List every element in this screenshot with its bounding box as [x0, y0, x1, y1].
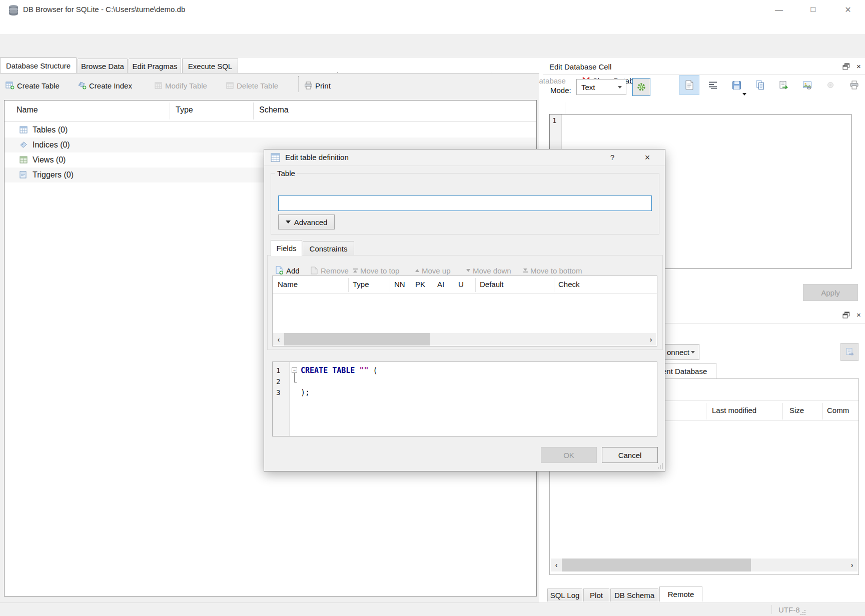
table-icon [20, 126, 28, 134]
line-number: 2 [276, 376, 289, 387]
move-to-top-icon [353, 268, 358, 272]
print-icon [304, 82, 313, 90]
float-panel-icon[interactable] [842, 63, 851, 71]
apply-button: Apply [803, 284, 858, 301]
column-name[interactable]: Name [278, 280, 298, 288]
copy-icon[interactable] [750, 75, 770, 95]
column-pk[interactable]: PK [415, 280, 425, 288]
main-toolbar: New Database Open Database Write Changes… [0, 34, 865, 58]
title-bar: DB Browser for SQLite - C:\Users\turne\d… [0, 0, 865, 20]
tab-db-schema[interactable]: DB Schema [610, 588, 658, 602]
word-wrap-icon[interactable] [703, 75, 723, 95]
help-icon[interactable]: ? [606, 152, 619, 163]
encoding-indicator: UTF-8 [778, 606, 800, 614]
print-button[interactable]: Print [304, 79, 331, 92]
tab-remote[interactable]: Remote [659, 586, 702, 602]
scroll-right-icon[interactable]: › [846, 561, 857, 569]
move-to-bottom-icon [523, 268, 528, 272]
move-to-bottom-button: Move to bottom [523, 264, 582, 276]
tree-column-type[interactable]: Type [176, 106, 193, 114]
tree-column-schema[interactable]: Schema [259, 106, 289, 114]
app-logo-icon [8, 4, 19, 18]
move-to-top-button: Move to top [353, 264, 399, 276]
scrollbar-thumb[interactable] [284, 333, 430, 346]
column-default[interactable]: Default [480, 280, 504, 288]
move-down-icon [466, 269, 470, 272]
table-name-input[interactable] [278, 196, 652, 211]
column-nn[interactable]: NN [394, 280, 405, 288]
tree-header: Name Type Schema [5, 100, 536, 122]
chevron-down-icon [742, 93, 746, 96]
code-fold-icon[interactable]: − [292, 368, 297, 373]
scroll-left-icon[interactable]: ‹ [551, 561, 562, 569]
mode-label: Mode: [550, 86, 571, 94]
chevron-down-icon [286, 220, 291, 224]
print-cell-icon[interactable] [844, 75, 864, 95]
column-u[interactable]: U [458, 280, 464, 288]
minimize-icon[interactable]: — [770, 3, 787, 17]
image-link-icon[interactable] [797, 75, 817, 95]
tab-database-structure[interactable]: Database Structure [0, 58, 77, 73]
remove-field-button: Remove [310, 264, 349, 276]
edit-cell-panel-header: Edit Database Cell × [543, 60, 865, 74]
tab-browse-data[interactable]: Browse Data [78, 58, 128, 74]
move-up-icon [415, 269, 419, 272]
sql-preview: 1 2 3 − CREATE TABLE "" (); [272, 362, 657, 436]
advanced-button[interactable]: Advanced [278, 214, 335, 230]
delete-table-icon [226, 82, 234, 90]
delete-table-button: Delete Table [226, 79, 278, 92]
cancel-button[interactable]: Cancel [602, 447, 658, 463]
trigger-icon [20, 171, 28, 179]
move-down-button: Move down [466, 264, 511, 276]
remote-table-hscrollbar[interactable]: ‹ › [551, 558, 857, 572]
create-table-icon [6, 82, 15, 90]
close-icon[interactable]: ✕ [839, 3, 856, 17]
tree-column-name[interactable]: Name [17, 106, 38, 114]
set-null-icon [820, 75, 840, 95]
dialog-title: Edit table definition [285, 153, 349, 162]
text-document-icon[interactable] [679, 75, 699, 95]
scrollbar-thumb[interactable] [562, 558, 751, 572]
fields-table-header: Name Type NN PK AI U Default Check [273, 276, 657, 294]
column-type[interactable]: Type [353, 280, 369, 288]
import-save-icon[interactable] [726, 75, 746, 95]
ok-button: OK [541, 447, 597, 463]
sql-table-name: "" [359, 366, 368, 375]
close-panel-icon[interactable]: × [856, 310, 861, 319]
tab-execute-sql[interactable]: Execute SQL [182, 58, 238, 74]
mode-select[interactable]: Text [576, 79, 626, 95]
tag-icon [20, 141, 28, 149]
dialog-close-icon[interactable]: × [641, 152, 654, 163]
tab-fields[interactable]: Fields [271, 240, 302, 256]
column-ai[interactable]: AI [437, 280, 444, 288]
tab-sql-log[interactable]: SQL Log [547, 588, 582, 602]
edit-table-dialog: Edit table definition ? × Table Advanced… [264, 149, 665, 472]
resize-grip[interactable] [800, 614, 801, 615]
tab-edit-pragmas[interactable]: Edit Pragmas [129, 58, 181, 74]
sql-close: ); [301, 388, 310, 397]
table-icon [271, 153, 280, 164]
maximize-icon[interactable]: ☐ [804, 3, 821, 17]
float-panel-icon[interactable] [842, 312, 851, 320]
auto-switch-mode-button[interactable] [632, 78, 650, 96]
dialog-resize-grip[interactable] [658, 468, 659, 468]
scroll-left-icon[interactable]: ‹ [273, 336, 284, 344]
close-panel-icon[interactable]: × [856, 62, 861, 70]
tree-item-tables[interactable]: Tables (0) [5, 122, 536, 138]
create-index-button[interactable]: Create Index [78, 79, 132, 92]
column-check[interactable]: Check [558, 280, 580, 288]
fields-table-hscrollbar[interactable]: ‹ › [273, 333, 656, 346]
scroll-right-icon[interactable]: › [645, 336, 656, 344]
column-last-modified[interactable]: Last modified [712, 406, 756, 414]
tab-constraints[interactable]: Constraints [303, 241, 354, 256]
column-commit[interactable]: Comm [827, 406, 849, 414]
add-field-button[interactable]: Add [275, 264, 300, 276]
tab-plot[interactable]: Plot [583, 588, 609, 602]
create-table-button[interactable]: Create Table [6, 79, 60, 92]
create-index-icon [78, 82, 87, 90]
column-size[interactable]: Size [789, 406, 804, 414]
export-icon[interactable] [773, 75, 793, 95]
dialog-title-bar[interactable]: Edit table definition ? × [264, 150, 665, 166]
menu-bar: File Edit View Tools Help [0, 20, 865, 34]
status-bar: UTF-8 [0, 602, 865, 616]
